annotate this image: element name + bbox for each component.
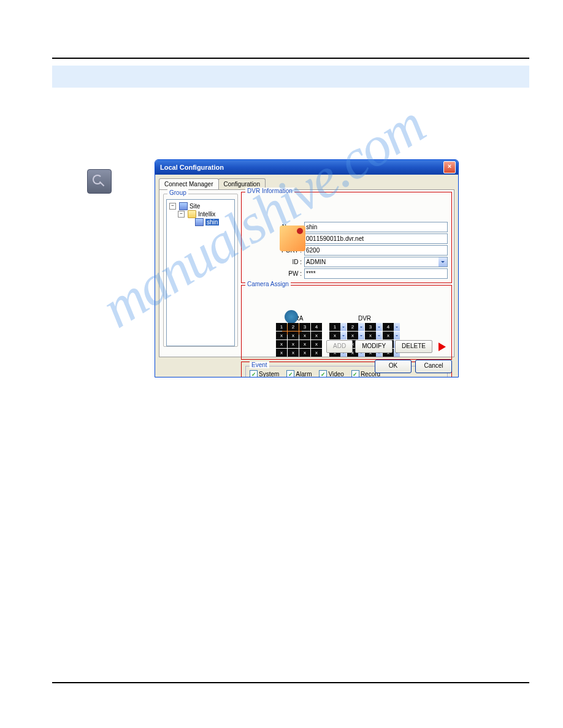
name-input[interactable]: shin <box>304 222 448 232</box>
tree-leaf[interactable]: shin <box>169 218 232 226</box>
pw-input[interactable]: **** <box>304 268 448 279</box>
id-select[interactable]: ADMIN <box>304 257 448 267</box>
chevron-down-icon[interactable] <box>394 332 400 339</box>
page: Local Configuration × Connect Manager Co… <box>0 0 563 728</box>
dialog-buttons: OK Cancel <box>375 360 452 373</box>
dvr-cell[interactable]: 3 <box>365 323 382 331</box>
event-check[interactable]: ✓System <box>250 370 279 377</box>
notepad-icon <box>280 226 305 251</box>
wrench-icon <box>93 175 106 188</box>
local-config-dialog: Local Configuration × Connect Manager Co… <box>155 159 459 377</box>
ra-cell[interactable]: x <box>299 340 310 348</box>
dvr-cell[interactable]: 2 <box>347 323 364 331</box>
ok-button[interactable]: OK <box>375 360 412 373</box>
chevron-down-icon[interactable] <box>340 323 347 331</box>
tab-content: Group −Site −Intellix shin DVR Informati… <box>159 189 454 357</box>
ra-cell[interactable]: x <box>288 349 299 357</box>
event-check[interactable]: ✓Alarm <box>286 370 312 377</box>
port-input[interactable]: 6200 <box>304 245 448 256</box>
add-button[interactable]: ADD <box>326 340 353 353</box>
close-icon[interactable]: × <box>443 161 456 173</box>
group-box: Group −Site −Intellix shin <box>163 194 238 347</box>
ra-grid: 1234xxxxxxxxxxxx <box>276 323 322 357</box>
dvr-cell[interactable]: 1 <box>329 323 347 331</box>
top-rule <box>52 58 529 59</box>
bottom-rule <box>52 682 529 683</box>
group-label: Group <box>167 189 188 196</box>
ra-cell[interactable]: x <box>276 332 287 339</box>
chevron-down-icon[interactable] <box>394 323 400 331</box>
dvr-icon <box>195 218 204 226</box>
tree-child[interactable]: −Intellix <box>169 210 232 218</box>
chevron-down-icon[interactable] <box>340 332 347 339</box>
config-wrench-button[interactable] <box>87 169 112 194</box>
camera-title: Camera Assign <box>245 281 291 287</box>
dialog-titlebar[interactable]: Local Configuration × <box>155 160 458 175</box>
dialog-title: Local Configuration <box>158 164 443 171</box>
red-arrow-icon <box>439 343 450 351</box>
cancel-button[interactable]: Cancel <box>415 360 452 373</box>
ra-cell[interactable]: 1 <box>276 323 287 331</box>
ra-cell[interactable]: x <box>276 349 287 357</box>
ra-cell[interactable]: x <box>311 349 322 357</box>
tabs: Connect Manager Configuration <box>159 178 454 189</box>
chevron-down-icon[interactable] <box>439 257 447 267</box>
delete-button[interactable]: DELETE <box>395 340 432 353</box>
chevron-down-icon[interactable] <box>376 323 382 331</box>
tab-connect-manager[interactable]: Connect Manager <box>159 178 219 189</box>
chevron-down-icon[interactable] <box>358 323 364 331</box>
ra-cell[interactable]: x <box>299 332 310 339</box>
expander-icon[interactable]: − <box>169 203 176 210</box>
right-panel: DVR Information Name :shin IP :001159001… <box>241 192 452 338</box>
dvr-cell[interactable]: x <box>383 332 400 339</box>
ra-cell[interactable]: x <box>311 332 322 339</box>
event-check[interactable]: ✓Video <box>319 370 343 377</box>
chevron-down-icon[interactable] <box>376 332 382 339</box>
expander-icon[interactable]: − <box>178 211 185 218</box>
dvr-cell[interactable]: 4 <box>383 323 400 331</box>
ra-cell[interactable]: x <box>288 340 299 348</box>
chevron-down-icon[interactable] <box>358 332 364 339</box>
dvr-cell[interactable]: x <box>329 332 347 339</box>
ra-cell[interactable]: x <box>299 349 310 357</box>
site-icon <box>179 202 188 210</box>
ra-cell[interactable]: 2 <box>288 323 299 331</box>
ra-cell[interactable]: x <box>288 332 299 339</box>
tree[interactable]: −Site −Intellix shin <box>166 199 235 346</box>
ip-input[interactable]: 0011590011b.dvr.net <box>304 233 448 244</box>
dvr-info-title: DVR Information <box>245 188 294 194</box>
modify-button[interactable]: MODIFY <box>355 340 393 353</box>
dvr-info-section: DVR Information Name :shin IP :001159001… <box>241 192 452 283</box>
ra-cell[interactable]: x <box>311 340 322 348</box>
tree-root[interactable]: −Site <box>169 202 232 210</box>
dialog-body: Connect Manager Configuration Group −Sit… <box>155 175 458 377</box>
action-row: ADD MODIFY DELETE <box>326 340 450 353</box>
blue-bar <box>52 66 529 88</box>
ra-cell[interactable]: 4 <box>311 323 322 331</box>
dvr-cell[interactable]: x <box>347 332 364 339</box>
dvr-cell[interactable]: x <box>365 332 382 339</box>
folder-icon <box>188 210 196 218</box>
ra-cell[interactable]: x <box>276 340 287 348</box>
ra-cell[interactable]: 3 <box>299 323 310 331</box>
